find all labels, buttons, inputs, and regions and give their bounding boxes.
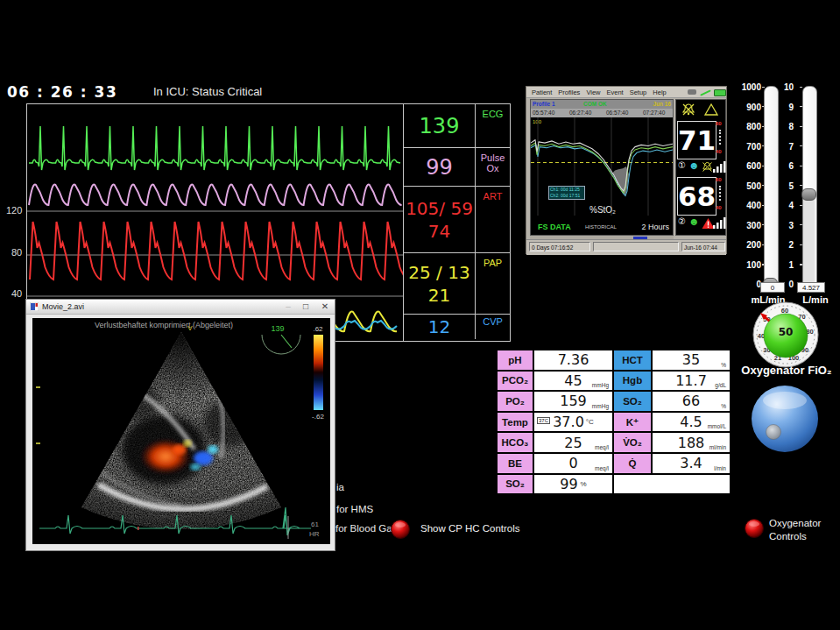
menu-help[interactable]: Help — [653, 88, 666, 97]
media-player-icon — [30, 302, 39, 311]
echo-video-content: Verlustbehaftet komprimiert (Abgeleitet)… — [32, 318, 330, 544]
trackball[interactable] — [750, 384, 820, 454]
flow-tick-4: 4 — [779, 201, 794, 210]
ch1-low-limit: 40 — [716, 149, 722, 154]
pulseox-value: 99 — [404, 148, 476, 186]
sto2-date: Jun 16 — [653, 100, 671, 109]
ecg-label: ECG — [476, 104, 510, 147]
fio2-dial[interactable]: 21 30 40 50 60 70 80 90 100 50 — [752, 301, 820, 369]
lab-hgb-label: Hgb — [614, 372, 651, 391]
sweep-tick-500: 500 — [740, 181, 761, 191]
blood-gas-table: pH 7.36 HCT 35% PCO₂ 45mmHg Hgb 11.7g/dL… — [496, 349, 735, 495]
lab-empty-cell — [614, 475, 730, 494]
sweep-tick-600: 600 — [740, 161, 761, 171]
alarm-silenced-icon — [681, 103, 695, 117]
art-systolic-diastolic: 105/ 59 — [406, 197, 473, 220]
lab-so2a-value: 99% — [534, 475, 612, 494]
flow-track-fill — [803, 197, 815, 287]
sweep-tick-1000: 1000 — [740, 82, 761, 92]
oxygenator-controls-label-2[interactable]: Controls — [769, 531, 807, 542]
historical-label: HISTORICAL — [585, 224, 617, 230]
menu-setup[interactable]: Setup — [630, 88, 647, 97]
ch1-signal-bars-icon — [713, 160, 726, 173]
menu-patient[interactable]: Patient — [532, 88, 552, 97]
cvp-label: CVP — [476, 315, 510, 339]
show-cp-hc-button[interactable] — [390, 519, 411, 540]
art-mean: 74 — [428, 220, 450, 243]
menu-event[interactable]: Event — [607, 88, 624, 97]
vital-row-ecg: 139 ECG — [404, 104, 511, 148]
lab-hct-value: 35% — [653, 350, 730, 370]
maximize-button[interactable]: □ — [300, 301, 312, 311]
lab-be-label: BE — [498, 454, 533, 473]
sweep-tick-800: 800 — [740, 122, 761, 131]
lab-so2a-label: SO₂ — [498, 475, 533, 494]
fio2-label: Oxygenator FiO₂ — [734, 364, 839, 377]
lab-temp-value: 37C37.0°C — [534, 413, 612, 432]
sweep-slider-track[interactable] — [764, 86, 779, 291]
show-cp-hc-label[interactable]: Show CP HC Controls — [420, 523, 520, 534]
flow-tick-7: 7 — [779, 142, 794, 152]
ecg-waveform — [29, 126, 400, 170]
sto2-trend-graph-panel: Profile 1 COM OK Jun 16 05:57:40 06:27:4… — [530, 99, 674, 236]
ultrasound-image: Verlustbehaftet komprimiert (Abgeleitet)… — [32, 318, 330, 544]
lab-vo2-value: 188ml/min — [653, 433, 730, 452]
lab-vo2-label: V̇O₂ — [614, 433, 651, 452]
clipped-label-2: for HMS — [336, 504, 373, 514]
pleth-waveform — [29, 184, 402, 205]
fs-data-label: FS DATA — [538, 223, 571, 231]
clipped-label-3: for Blood Gas — [335, 523, 397, 534]
sweep-tick-200: 200 — [740, 240, 761, 250]
lab-hct-label: HCT — [614, 350, 651, 370]
temp-37c-button[interactable]: 37C — [537, 417, 550, 424]
movie-titlebar[interactable]: Movie_2.avi – □ ✕ — [26, 300, 335, 315]
lab-pco2-label: PCO₂ — [498, 372, 533, 391]
flow-tick-3: 3 — [779, 221, 794, 230]
sto2-time-axis: 05:57:40 06:27:40 06:57:40 07:27:40 — [531, 109, 673, 117]
ch2-high-limit: 60 — [716, 177, 722, 182]
lab-hco3-value: 25meq/l — [534, 433, 612, 452]
sweep-tick-100: 100 — [740, 260, 761, 270]
sto2-graph-label: %StO₂ — [576, 205, 629, 215]
movie-title: Movie_2.avi — [42, 302, 84, 311]
art-scale-120: 120 — [6, 205, 22, 216]
lab-po2-label: PO₂ — [498, 392, 533, 411]
close-button[interactable]: ✕ — [319, 301, 331, 311]
arterial-waveform — [30, 222, 403, 280]
flow-slider-thumb[interactable] — [801, 188, 816, 201]
cvp-value: 12 — [404, 315, 476, 339]
flow-tick-6: 6 — [779, 161, 794, 171]
menu-profiles[interactable]: Profiles — [558, 88, 580, 97]
vital-row-pap: 25 / 13 21 PAP — [404, 253, 511, 315]
minimize-button[interactable]: – — [282, 301, 294, 311]
doppler-scale-top: .62 — [313, 325, 323, 333]
oxygenator-controls-button[interactable] — [744, 518, 765, 539]
pulseox-label: Pulse Ox — [476, 148, 510, 186]
art-scale-40: 40 — [11, 288, 22, 299]
flow-tick-2: 2 — [779, 240, 794, 250]
time-tick-2: 06:27:40 — [569, 109, 591, 117]
flow-tick-9: 9 — [779, 103, 794, 112]
lab-pco2-value: 45mmHg — [534, 372, 612, 391]
alert-triangle-icon — [704, 103, 718, 117]
time-tick-4: 07:27:40 — [643, 109, 665, 117]
trackball-dimple — [766, 425, 781, 440]
doppler-angle-value: 139 — [271, 324, 284, 333]
sto2-trend-plot — [531, 117, 673, 216]
icu-simulator-screen: 06 : 26 : 33 In ICU: Status Critical 120… — [0, 0, 840, 630]
fio2-value: 50 — [779, 326, 794, 338]
echo-hr-label: HR — [309, 530, 320, 538]
pap-mean: 21 — [428, 284, 450, 307]
vital-row-art: 105/ 59 74 ART — [404, 187, 511, 253]
sto2-profile: Profile 1 — [533, 100, 555, 109]
ch1-number-icon: ① — [678, 160, 686, 170]
flow-tick-8: 8 — [779, 122, 794, 131]
scenario-status: In ICU: Status Critical — [153, 85, 262, 98]
oxygenator-controls-label-1[interactable]: Oxygenator — [769, 518, 821, 528]
art-label: ART — [476, 187, 510, 252]
doppler-colorbar — [314, 335, 323, 410]
menu-view[interactable]: View — [586, 88, 600, 97]
echo-hr-value: 61 — [311, 520, 319, 528]
flow-tick-1: 1 — [779, 260, 794, 270]
flow-tick-10: 10 — [779, 82, 794, 92]
